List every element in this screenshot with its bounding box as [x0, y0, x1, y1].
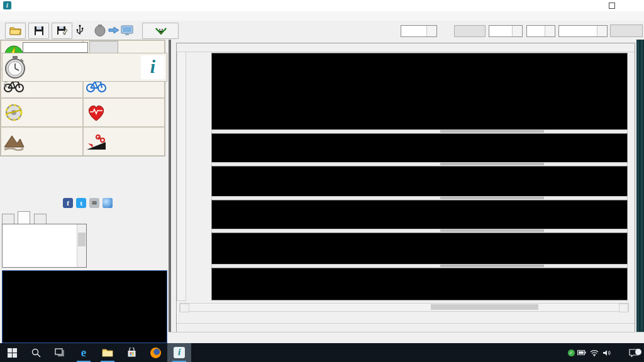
speaker-icon[interactable] [602, 349, 615, 356]
splitter-thumb[interactable] [440, 130, 544, 133]
usb-icon [75, 24, 84, 36]
power-plot[interactable] [211, 53, 628, 131]
stat-tile-slope [83, 127, 165, 156]
scrollbar-thumb[interactable] [78, 233, 86, 246]
cadence-canvas[interactable] [212, 167, 627, 197]
slope-canvas[interactable] [212, 268, 627, 300]
range-dropdown[interactable] [558, 25, 608, 37]
start-button[interactable] [0, 343, 24, 362]
chevron-down-icon [597, 26, 607, 36]
splitter-thumb[interactable] [440, 197, 544, 199]
taskbar: e i ✓ [0, 343, 644, 362]
scroll-up-icon[interactable] [77, 224, 86, 233]
maximize-button[interactable] [601, 0, 623, 11]
show-button[interactable] [454, 25, 486, 37]
splitter-thumb[interactable] [440, 265, 544, 267]
xaxis-mode-dropdown[interactable] [526, 25, 555, 37]
chevron-down-icon [426, 26, 436, 36]
antivirus-icon[interactable]: ✓ [565, 349, 577, 356]
ride-name-input[interactable] [23, 42, 88, 53]
toolbar [0, 21, 644, 40]
time-interval-dropdown[interactable] [401, 25, 437, 37]
battery-icon[interactable] [577, 350, 590, 355]
scroll-up-icon[interactable] [177, 43, 635, 52]
menu-help[interactable] [77, 19, 87, 20]
close-button[interactable] [623, 0, 644, 11]
peak-item[interactable] [3, 231, 86, 238]
menu-edit[interactable] [13, 19, 23, 20]
note-button[interactable] [89, 41, 118, 54]
stat-tile-elevation [1, 127, 83, 156]
elevation-canvas[interactable] [212, 233, 627, 265]
mean-max-power-chart[interactable] [2, 270, 167, 343]
splitter-thumb[interactable] [440, 229, 544, 232]
slope-plot[interactable] [211, 268, 628, 300]
save-as-button[interactable] [52, 23, 72, 39]
menu-file[interactable] [0, 19, 10, 20]
taskbar-store-button[interactable] [119, 343, 143, 362]
app-icon: i [3, 1, 11, 9]
taskbar-firefox-button[interactable] [143, 343, 167, 362]
file-explorer-icon [102, 348, 113, 357]
cadence-plot[interactable] [211, 166, 628, 197]
cadence-yticks [187, 167, 209, 197]
usb-button[interactable] [73, 23, 87, 38]
task-view-icon [55, 348, 65, 357]
download-ride-button[interactable] [91, 23, 136, 38]
power-canvas[interactable] [212, 53, 627, 130]
peak-item[interactable] [3, 259, 86, 266]
peak-item[interactable] [3, 252, 86, 259]
stopwatch-icon [4, 55, 26, 79]
taskbar-edge-button[interactable]: e [72, 343, 96, 362]
taskbar-file-explorer-button[interactable] [96, 343, 119, 362]
tab-peaks[interactable] [18, 211, 30, 224]
title-bar: i [0, 0, 644, 12]
gear-icon [1, 100, 26, 125]
speed-plot[interactable] [211, 133, 628, 163]
peaks-scrollbar[interactable] [77, 224, 86, 267]
windows-logo-icon [8, 348, 17, 358]
peak-item[interactable] [3, 224, 86, 231]
elevation-yticks [187, 233, 209, 265]
elevation-axis-label [179, 233, 188, 265]
distance-axis [176, 311, 635, 330]
scrollbar-thumb[interactable] [431, 304, 538, 310]
peak-item[interactable] [3, 245, 86, 252]
earth-icon[interactable] [103, 198, 113, 208]
menu-view[interactable] [26, 19, 36, 20]
facebook-icon[interactable]: f [63, 198, 73, 208]
save-button[interactable] [28, 23, 49, 39]
maximize-icon [609, 3, 615, 9]
mean-max-power-canvas[interactable] [3, 271, 165, 341]
splitter-thumb[interactable] [440, 163, 544, 165]
scroll-down-icon[interactable] [77, 259, 86, 267]
fit-plots-button[interactable] [610, 25, 643, 37]
taskbar-isaac-button[interactable]: i [167, 343, 191, 362]
wifi-icon[interactable] [590, 349, 602, 356]
delete-peak-button[interactable] [89, 225, 98, 234]
email-icon[interactable]: ✉ [89, 198, 99, 208]
horizontal-scrollbar[interactable] [179, 303, 629, 312]
menu-device[interactable] [38, 19, 48, 20]
status-bar [169, 332, 644, 343]
units-dropdown[interactable] [489, 25, 523, 37]
twitter-icon[interactable]: t [76, 198, 86, 208]
peaks-list[interactable] [2, 224, 87, 268]
speed-yticks [187, 134, 209, 163]
pstroke-button[interactable] [142, 23, 179, 39]
heartrate-canvas[interactable] [212, 200, 627, 229]
action-center-button[interactable] [623, 349, 644, 357]
speed-canvas[interactable] [212, 134, 627, 163]
search-button[interactable] [24, 343, 48, 362]
open-file-button[interactable] [5, 23, 26, 39]
save-icon [34, 26, 44, 36]
elevation-plot[interactable] [211, 233, 628, 265]
minimize-button[interactable] [580, 0, 601, 11]
peak-item[interactable] [3, 238, 86, 245]
menu-tools[interactable] [64, 19, 74, 20]
heartrate-plot[interactable] [211, 200, 628, 230]
task-view-button[interactable] [48, 343, 72, 362]
isaac-window: i [0, 0, 644, 362]
menu-analyze[interactable] [52, 19, 62, 20]
sidebar-tabs [2, 211, 47, 224]
